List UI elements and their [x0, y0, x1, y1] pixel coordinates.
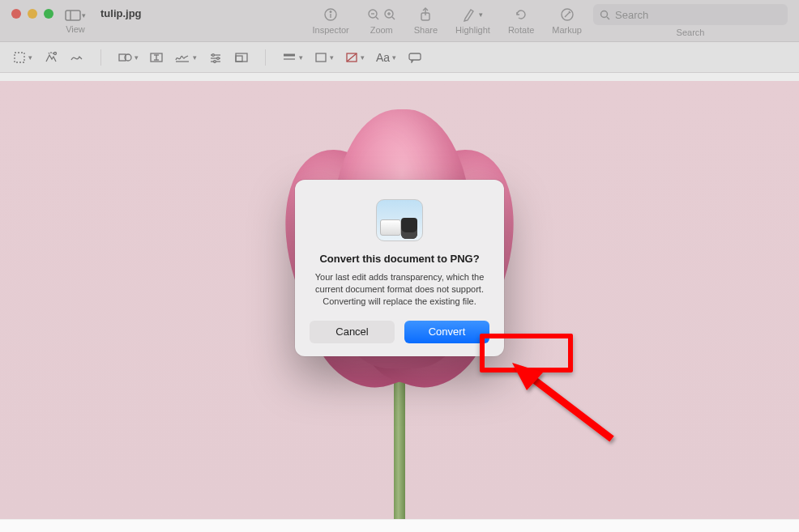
chevron-down-icon: ▾ — [135, 53, 139, 62]
chevron-down-icon: ▾ — [299, 53, 303, 62]
document-title: tulip.jpg — [100, 7, 142, 19]
markup-toolbar: ▾ ▾ ▾ ▾ ▾ ▾ — [0, 42, 799, 73]
svg-rect-17 — [15, 53, 24, 62]
svg-line-9 — [392, 17, 395, 19]
share-label: Share — [414, 25, 438, 35]
highlight-icon: ▾ — [462, 6, 483, 23]
bottom-scrollbar[interactable] — [0, 519, 799, 532]
markup-button[interactable]: Markup — [552, 6, 582, 35]
annotate-tool[interactable] — [408, 52, 422, 63]
text-style-tool[interactable]: Aa▾ — [376, 51, 396, 64]
inspector-button[interactable]: Inspector — [312, 6, 348, 35]
search-input[interactable]: Search — [593, 4, 788, 25]
text-tool[interactable] — [150, 52, 163, 63]
view-menu[interactable]: ▾ View — [65, 8, 86, 34]
adjust-color-tool[interactable] — [208, 52, 223, 63]
share-icon — [419, 6, 432, 23]
search-icon — [600, 10, 610, 20]
window-controls — [11, 9, 53, 19]
svg-rect-35 — [236, 53, 247, 62]
markup-icon — [560, 6, 575, 23]
highlight-label: Highlight — [455, 25, 490, 35]
svg-point-32 — [212, 53, 215, 56]
svg-point-18 — [54, 52, 57, 54]
separator — [265, 49, 266, 66]
svg-rect-39 — [316, 53, 326, 62]
rotate-button[interactable]: Rotate — [508, 6, 534, 35]
chevron-down-icon: ▾ — [193, 53, 197, 62]
chevron-down-icon: ▾ — [361, 53, 365, 62]
rotate-icon — [514, 6, 528, 23]
search-placeholder: Search — [615, 9, 648, 21]
svg-point-33 — [217, 57, 220, 59]
sketch-tool[interactable] — [70, 52, 84, 63]
chevron-down-icon: ▾ — [28, 53, 32, 62]
separator — [100, 49, 101, 66]
cancel-button[interactable]: Cancel — [310, 321, 395, 343]
info-icon — [323, 6, 338, 23]
shape-style-tool[interactable]: ▾ — [282, 53, 303, 62]
dialog-message: Your last edit adds transparency, which … — [310, 271, 489, 308]
search-label: Search — [677, 28, 705, 37]
sidebar-icon: ▾ — [65, 8, 86, 23]
markup-label: Markup — [552, 25, 582, 35]
titlebar: ▾ View tulip.jpg Inspector Zoom Share — [0, 0, 799, 42]
svg-point-34 — [214, 60, 216, 62]
rotate-label: Rotate — [508, 25, 534, 35]
svg-line-6 — [376, 17, 378, 19]
fullscreen-window-button[interactable] — [44, 9, 53, 19]
svg-line-21 — [53, 53, 53, 54]
adjust-size-tool[interactable] — [234, 52, 249, 63]
chevron-down-icon: ▾ — [479, 11, 483, 19]
chevron-down-icon: ▾ — [392, 53, 396, 62]
preview-app-icon — [376, 199, 423, 241]
inspector-label: Inspector — [312, 25, 348, 35]
svg-rect-0 — [66, 11, 80, 20]
zoom-controls[interactable]: Zoom — [367, 6, 396, 35]
svg-point-4 — [330, 11, 331, 13]
border-color-tool[interactable]: ▾ — [314, 52, 334, 63]
svg-line-16 — [607, 17, 609, 19]
zoom-label: Zoom — [370, 25, 393, 35]
share-button[interactable]: Share — [414, 6, 438, 35]
shapes-tool[interactable]: ▾ — [118, 52, 139, 63]
dialog-title: Convert this document to PNG? — [310, 253, 489, 265]
svg-rect-42 — [409, 53, 421, 60]
svg-line-20 — [49, 53, 49, 54]
selection-tool[interactable]: ▾ — [13, 51, 32, 64]
chevron-down-icon: ▾ — [82, 11, 86, 19]
instant-alpha-tool[interactable] — [44, 51, 58, 64]
sign-tool[interactable]: ▾ — [174, 52, 197, 63]
convert-dialog: Convert this document to PNG? Your last … — [295, 180, 504, 356]
zoom-icons — [367, 6, 396, 23]
highlight-button[interactable]: ▾ Highlight — [455, 6, 490, 35]
svg-line-41 — [347, 53, 357, 62]
svg-rect-36 — [236, 56, 242, 62]
chevron-down-icon: ▾ — [330, 53, 334, 62]
text-style-label: Aa — [376, 51, 390, 64]
minimize-window-button[interactable] — [28, 9, 37, 19]
fill-color-tool[interactable]: ▾ — [345, 52, 365, 63]
convert-button[interactable]: Convert — [404, 321, 489, 343]
toolbar-cluster: Inspector Zoom Share ▾ Highlight Rot — [312, 6, 582, 35]
view-menu-label: View — [66, 24, 85, 34]
close-window-button[interactable] — [11, 9, 21, 19]
svg-point-15 — [601, 11, 608, 17]
